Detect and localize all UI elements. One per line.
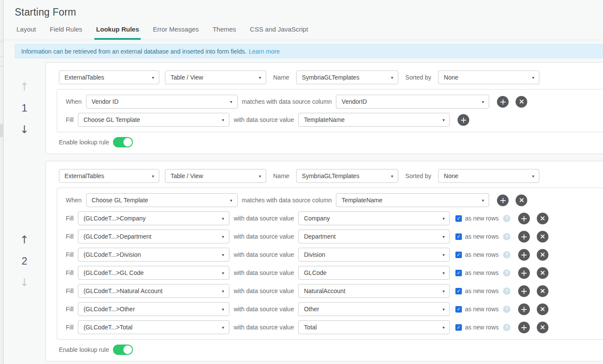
move-down-icon[interactable]: ↓: [20, 124, 29, 135]
fill-row: Fill Choose GL Template ▾ with data sour…: [66, 113, 603, 127]
add-condition-button[interactable]: +: [497, 96, 509, 108]
add-fill-button[interactable]: +: [518, 231, 530, 243]
match-column-select[interactable]: TemplateName ▾: [336, 193, 489, 207]
enable-rule-toggle[interactable]: [113, 137, 133, 147]
help-icon[interactable]: ?: [503, 306, 510, 313]
fill-field-value: (GLCodeT...>Total: [84, 324, 132, 331]
table-name-select[interactable]: SymbriaGLTemplates ▾: [296, 169, 398, 183]
tab-themes[interactable]: Themes: [211, 26, 238, 40]
remove-condition-button[interactable]: ×: [516, 96, 527, 108]
chevron-down-icon: ▾: [482, 198, 484, 203]
source-type-select[interactable]: Table / View ▾: [165, 70, 266, 84]
chevron-down-icon: ▾: [442, 307, 445, 312]
chevron-down-icon: ▾: [442, 252, 445, 257]
fill-value-select[interactable]: Total ▾: [298, 320, 450, 334]
as-new-rows-checkbox[interactable]: ✓: [455, 288, 462, 294]
side-panel-divider: [0, 41, 3, 42]
fill-row: Fill (GLCodeT...>Department ▾ with data …: [66, 230, 603, 243]
fill-value-select[interactable]: Other ▾: [298, 302, 450, 316]
fill-value-value: Other: [304, 306, 319, 313]
add-fill-button[interactable]: +: [518, 303, 530, 315]
help-icon[interactable]: ?: [503, 215, 510, 222]
help-icon[interactable]: ?: [503, 233, 510, 240]
as-new-rows-checkbox[interactable]: ✓: [455, 324, 462, 331]
help-icon[interactable]: ?: [503, 287, 510, 295]
fill-field-select[interactable]: (GLCodeT...>Natural Account ▾: [78, 284, 229, 298]
chevron-down-icon: ▾: [222, 307, 224, 312]
chevron-down-icon: ▾: [230, 99, 232, 104]
when-field-select[interactable]: Choose GL Template ▾: [86, 193, 238, 207]
when-field-value: Choose GL Template: [92, 197, 148, 204]
remove-fill-button[interactable]: ×: [537, 322, 548, 333]
fill-field-select[interactable]: (GLCodeT...>GL Code ▾: [78, 266, 229, 280]
remove-fill-button[interactable]: ×: [537, 267, 548, 279]
fill-field-select[interactable]: (GLCodeT...>Total ▾: [78, 320, 229, 334]
when-field-value: Vendor ID: [92, 98, 119, 105]
rule-1-panel: ExternalTables ▾ Table / View ▾ Name Sym…: [45, 62, 603, 154]
fill-field-value: (GLCodeT...>Division: [84, 251, 141, 258]
add-fill-button[interactable]: +: [518, 322, 530, 333]
fill-field-value: (GLCodeT...>GL Code: [84, 269, 144, 276]
match-column-select[interactable]: VendorID ▾: [336, 95, 489, 109]
rule-1-source-row: ExternalTables ▾ Table / View ▾ Name Sym…: [46, 70, 603, 84]
add-fill-button[interactable]: +: [458, 114, 469, 126]
fill-label: Fill: [66, 215, 74, 222]
tab-field-rules[interactable]: Field Rules: [48, 26, 84, 40]
fill-value-select[interactable]: Company ▾: [298, 211, 450, 225]
remove-fill-button[interactable]: ×: [537, 285, 548, 297]
learn-more-link[interactable]: Learn more: [249, 48, 280, 55]
tab-error-messages[interactable]: Error Messages: [151, 26, 200, 40]
tab-lookup-rules[interactable]: Lookup Rules: [94, 26, 141, 40]
with-value-label: with data source value: [234, 215, 294, 222]
as-new-rows-checkbox[interactable]: ✓: [455, 215, 462, 222]
name-label: Name: [273, 172, 289, 179]
fill-value-select[interactable]: Division ▾: [298, 248, 450, 262]
fill-value-select[interactable]: TemplateName ▾: [298, 113, 450, 127]
fill-value-select[interactable]: Department ▾: [298, 230, 450, 243]
remove-fill-button[interactable]: ×: [537, 303, 548, 315]
add-fill-button[interactable]: +: [518, 285, 530, 297]
sorted-by-select[interactable]: None ▾: [438, 70, 539, 84]
as-new-rows-checkbox[interactable]: ✓: [455, 270, 462, 276]
data-source-select[interactable]: ExternalTables ▾: [59, 70, 159, 84]
remove-fill-button[interactable]: ×: [537, 213, 548, 224]
data-source-select[interactable]: ExternalTables ▾: [59, 169, 159, 183]
fill-field-select[interactable]: (GLCodeT...>Department ▾: [78, 230, 229, 243]
as-new-rows-checkbox[interactable]: ✓: [455, 252, 462, 258]
source-type-select[interactable]: Table / View ▾: [165, 169, 266, 183]
add-fill-button[interactable]: +: [518, 249, 530, 261]
fill-row: Fill (GLCodeT...>Company ▾ with data sou…: [66, 211, 603, 225]
add-condition-button[interactable]: +: [497, 195, 509, 206]
remove-fill-button[interactable]: ×: [537, 231, 548, 243]
move-up-icon[interactable]: ↑: [20, 234, 29, 245]
when-field-select[interactable]: Vendor ID ▾: [86, 95, 238, 109]
tab-css-javascript[interactable]: CSS and JavaScript: [248, 26, 310, 40]
fill-value-value: Company: [304, 215, 330, 222]
as-new-rows-label: as new rows: [465, 306, 499, 313]
help-icon[interactable]: ?: [503, 269, 510, 277]
side-panel-selected-block: [0, 124, 3, 137]
chevron-down-icon: ▾: [442, 271, 445, 275]
fill-field-select[interactable]: (GLCodeT...>Division ▾: [78, 248, 229, 262]
as-new-rows-label: as new rows: [465, 269, 499, 276]
remove-fill-button[interactable]: ×: [537, 249, 548, 261]
remove-condition-button[interactable]: ×: [516, 195, 527, 206]
fill-field-select[interactable]: Choose GL Template ▾: [78, 113, 229, 127]
add-fill-button[interactable]: +: [518, 267, 530, 279]
fill-value-select[interactable]: GLCode ▾: [298, 266, 450, 280]
tab-layout[interactable]: Layout: [15, 26, 38, 40]
help-icon[interactable]: ?: [503, 251, 510, 259]
as-new-rows-checkbox[interactable]: ✓: [455, 306, 462, 313]
fill-field-value: (GLCodeT...>Department: [84, 233, 152, 240]
fill-field-select[interactable]: (GLCodeT...>Company ▾: [78, 211, 229, 225]
enable-rule-toggle[interactable]: [113, 345, 133, 355]
chevron-down-icon: ▾: [152, 174, 154, 179]
sorted-by-select[interactable]: None ▾: [438, 169, 539, 183]
help-icon[interactable]: ?: [503, 324, 510, 331]
add-fill-button[interactable]: +: [518, 213, 530, 224]
fill-value-select[interactable]: NaturalAccount ▾: [298, 284, 450, 298]
fill-field-select[interactable]: (GLCodeT...>Other ▾: [78, 302, 229, 316]
as-new-rows-checkbox[interactable]: ✓: [455, 233, 462, 240]
when-row: When Choose GL Template ▾ matches with d…: [66, 193, 603, 207]
table-name-select[interactable]: SymbriaGLTemplates ▾: [296, 70, 398, 84]
